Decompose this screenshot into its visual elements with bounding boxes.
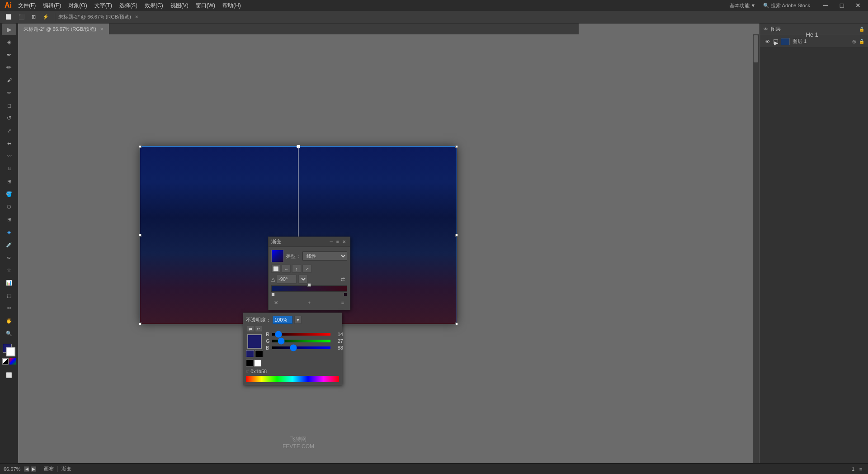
tool-live-paint[interactable]: 🪣 xyxy=(2,188,16,200)
menu-select[interactable]: 选择(S) xyxy=(116,1,141,10)
gradient-panel-close[interactable]: ✕ xyxy=(341,239,347,245)
tab-document[interactable]: 未标题-2* @ 66.67% (RGB/预览) ✕ xyxy=(18,24,109,34)
close-button[interactable]: ✕ xyxy=(850,0,866,11)
tool-pen[interactable]: ✒ xyxy=(2,49,16,61)
opacity-input[interactable] xyxy=(273,316,292,324)
toolbar-icon4[interactable]: ⚡ xyxy=(40,13,52,21)
tool-width[interactable]: ⬌ xyxy=(2,137,16,149)
grad-tool-btn3[interactable]: ↕ xyxy=(292,265,301,273)
toolbar-icon1[interactable]: ⬜ xyxy=(3,13,14,21)
layer-target-icon[interactable]: ◎ xyxy=(852,39,856,44)
toolbar-icon3[interactable]: ⊞ xyxy=(29,13,38,21)
opacity-dropdown[interactable]: ▼ xyxy=(294,316,302,324)
minimize-button[interactable]: ─ xyxy=(817,0,834,11)
angle-input[interactable] xyxy=(277,275,297,284)
swatch-white[interactable] xyxy=(254,360,261,367)
handle-tl[interactable] xyxy=(139,145,142,148)
tab-close-icon[interactable]: ✕ xyxy=(100,27,104,32)
grad-add-stop[interactable]: + xyxy=(305,298,314,307)
g-slider[interactable] xyxy=(272,340,330,342)
menu-window[interactable]: 窗口(W) xyxy=(192,1,219,10)
menu-view[interactable]: 视图(V) xyxy=(167,1,192,10)
menu-text[interactable]: 文字(T) xyxy=(91,1,116,10)
b-slider[interactable] xyxy=(272,346,330,349)
gradient-type-select[interactable]: 线性 径向 任意形状 xyxy=(302,251,347,261)
tool-eraser[interactable]: ◻ xyxy=(2,100,16,111)
menu-file[interactable]: 文件(F) xyxy=(14,1,39,10)
angle-select[interactable]: ▼ xyxy=(298,275,307,284)
canvas-scrollbar-v[interactable] xyxy=(753,34,759,463)
tool-slice[interactable]: ✂ xyxy=(2,302,16,314)
layer-lock-icon[interactable]: 🔒 xyxy=(859,39,864,44)
tool-blend[interactable]: ∞ xyxy=(2,251,16,263)
layer-eye-icon[interactable]: 👁 xyxy=(764,38,771,45)
gradient-panel-header[interactable]: 渐变 ─ ≡ ✕ xyxy=(269,237,350,247)
status-menu-btn[interactable]: ≡ xyxy=(857,465,864,473)
grad-delete-stop[interactable]: ✕ xyxy=(271,298,280,307)
layer-expand-icon[interactable]: ▶ xyxy=(774,39,778,44)
tool-rotate[interactable]: ↺ xyxy=(2,112,16,124)
tool-mesh[interactable]: ⊞ xyxy=(2,213,16,225)
gradient-stop-right[interactable] xyxy=(344,293,347,296)
menu-object[interactable]: 对象(O) xyxy=(65,1,90,10)
tool-brush[interactable]: 🖌 xyxy=(2,74,16,86)
toolbar-icon2[interactable]: ⬛ xyxy=(16,13,28,21)
handle-ml[interactable] xyxy=(139,234,142,237)
tool-select[interactable]: ▶ xyxy=(2,24,16,35)
gradient-panel-menu[interactable]: ≡ xyxy=(335,239,341,245)
color-panel: 不透明度： ▼ ⇄ ↩ xyxy=(243,313,342,385)
tool-artboard[interactable]: ⬚ xyxy=(2,289,16,301)
handle-br[interactable] xyxy=(455,322,458,325)
tool-blob-brush[interactable]: ✏ xyxy=(2,87,16,99)
tool-symbol[interactable]: ☆ xyxy=(2,264,16,276)
tool-perspective[interactable]: ⬡ xyxy=(2,201,16,213)
tool-zoom[interactable]: 🔍 xyxy=(2,327,16,339)
grad-reverse-btn[interactable]: ⇄ xyxy=(338,275,347,284)
handle-tr[interactable] xyxy=(455,145,458,148)
gradient-stop-top-mid[interactable] xyxy=(307,283,311,287)
gradient-stop-left[interactable] xyxy=(271,293,275,296)
tool-column-graph[interactable]: 📊 xyxy=(2,277,16,289)
zoom-down-btn[interactable]: ◀ xyxy=(24,466,29,472)
gradient-bar[interactable] xyxy=(271,285,347,292)
tool-scale[interactable]: ⤢ xyxy=(2,125,16,137)
color-main-swatch[interactable] xyxy=(247,334,262,349)
tool-gradient[interactable]: ◈ xyxy=(2,226,16,238)
none-color-icon[interactable] xyxy=(2,358,9,365)
reset-colors-btn[interactable]: ↩ xyxy=(255,326,262,332)
search-box[interactable]: 🔍 搜索 Adobe Stock xyxy=(763,2,811,9)
doc-tab[interactable]: 未标题-2* @ 66.67% (RGB/预览) xyxy=(58,14,131,20)
handle-mr[interactable] xyxy=(455,234,458,237)
gradient-preview[interactable] xyxy=(271,250,284,262)
tab-close[interactable]: ✕ xyxy=(135,14,138,19)
tool-freeform[interactable]: ≋ xyxy=(2,163,16,175)
foreground-swatch[interactable] xyxy=(246,350,254,357)
menu-edit[interactable]: 编辑(E) xyxy=(39,1,65,10)
grad-tool-btn2[interactable]: ↔ xyxy=(282,265,291,273)
grad-tool-btn4[interactable]: ↗ xyxy=(302,265,311,273)
grad-menu[interactable]: ≡ xyxy=(338,298,347,307)
handle-bl[interactable] xyxy=(139,322,142,325)
tool-direct-select[interactable]: ◈ xyxy=(2,36,16,48)
r-slider[interactable] xyxy=(272,333,330,336)
tool-eyedropper[interactable]: 💉 xyxy=(2,239,16,251)
menu-help[interactable]: 帮助(H) xyxy=(219,1,245,10)
grad-tool-btn1[interactable]: ⬜ xyxy=(271,265,280,273)
restore-button[interactable]: □ xyxy=(834,0,850,11)
tool-warp[interactable]: 〰 xyxy=(2,150,16,162)
menu-effect[interactable]: 效果(C) xyxy=(141,1,167,10)
swap-colors-btn[interactable]: ⇄ xyxy=(247,326,254,332)
color-spectrum[interactable] xyxy=(246,376,339,382)
tool-hand[interactable]: 🖐 xyxy=(2,315,16,327)
swatch-black[interactable] xyxy=(246,360,253,367)
stroke-color[interactable] xyxy=(6,347,15,356)
background-swatch[interactable] xyxy=(255,350,263,357)
angle-row: △ ▼ ⇄ xyxy=(271,275,347,284)
scrollbar-thumb-v[interactable] xyxy=(754,35,758,62)
tool-screen-mode[interactable]: ⬜ xyxy=(2,369,16,381)
tool-pencil[interactable]: ✏ xyxy=(2,62,16,73)
tool-shape-builder[interactable]: ⊞ xyxy=(2,175,16,187)
gradient-color-icon[interactable] xyxy=(9,358,16,365)
zoom-up-btn[interactable]: ▶ xyxy=(31,466,36,472)
gradient-panel-minimize[interactable]: ─ xyxy=(328,239,335,245)
